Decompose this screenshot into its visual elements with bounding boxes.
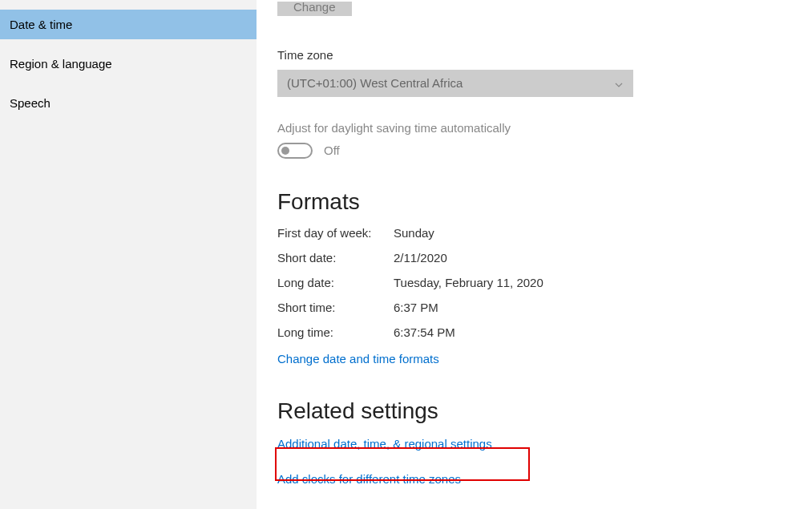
- format-label: First day of week:: [277, 226, 394, 240]
- additional-settings-link[interactable]: Additional date, time, & regional settin…: [277, 437, 492, 450]
- format-value: Sunday: [394, 226, 434, 240]
- time-zone-dropdown: (UTC+01:00) West Central Africa: [277, 70, 633, 97]
- format-value: 6:37 PM: [394, 301, 438, 314]
- time-zone-value: (UTC+01:00) West Central Africa: [287, 76, 463, 90]
- related-settings-heading: Related settings: [277, 398, 812, 424]
- sidebar-item-label: Region & language: [10, 57, 112, 71]
- format-value: 2/11/2020: [394, 251, 447, 265]
- format-row-short-time: Short time: 6:37 PM: [277, 301, 812, 314]
- change-formats-link[interactable]: Change date and time formats: [277, 352, 439, 366]
- format-value: Tuesday, February 11, 2020: [394, 276, 543, 289]
- dst-toggle: [277, 143, 313, 159]
- format-label: Long time:: [277, 325, 394, 339]
- sidebar-item-region-language[interactable]: Region & language: [0, 49, 257, 79]
- sidebar-item-label: Date & time: [10, 18, 72, 31]
- time-zone-label: Time zone: [277, 48, 812, 62]
- sidebar-item-label: Speech: [10, 96, 50, 110]
- sidebar-item-date-time[interactable]: Date & time: [0, 10, 257, 39]
- change-button: Change: [277, 2, 352, 16]
- change-button-label: Change: [293, 2, 336, 14]
- sidebar: Date & time Region & language Speech: [0, 0, 257, 509]
- dst-toggle-text: Off: [324, 143, 340, 157]
- format-label: Short date:: [277, 251, 394, 265]
- formats-heading: Formats: [277, 189, 812, 215]
- format-value: 6:37:54 PM: [394, 325, 455, 339]
- dst-toggle-row: Off: [277, 143, 812, 159]
- chevron-down-icon: [614, 79, 624, 88]
- format-row-short-date: Short date: 2/11/2020: [277, 251, 812, 265]
- sidebar-item-speech[interactable]: Speech: [0, 88, 257, 118]
- format-label: Long date:: [277, 276, 394, 289]
- format-row-long-date: Long date: Tuesday, February 11, 2020: [277, 276, 812, 289]
- format-label: Short time:: [277, 301, 394, 314]
- format-row-long-time: Long time: 6:37:54 PM: [277, 325, 812, 339]
- dst-label: Adjust for daylight saving time automati…: [277, 121, 812, 135]
- format-row-first-day: First day of week: Sunday: [277, 226, 812, 240]
- main-content: Change Time zone (UTC+01:00) West Centra…: [257, 0, 812, 509]
- add-clocks-link[interactable]: Add clocks for different time zones: [277, 472, 461, 486]
